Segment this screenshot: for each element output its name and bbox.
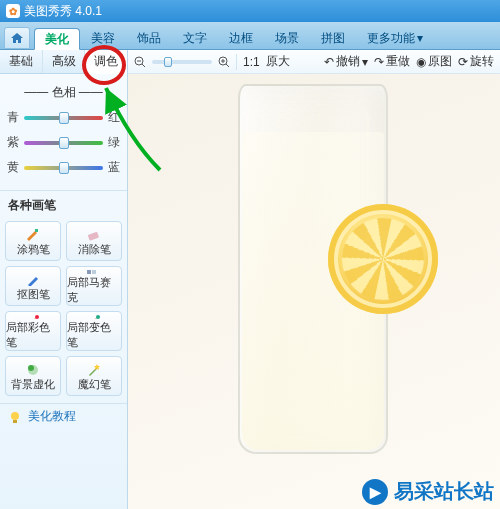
svg-point-9 <box>28 365 34 371</box>
brush-local-color[interactable]: 局部彩色笔 <box>5 311 61 351</box>
ratio-button[interactable]: 1:1 <box>243 55 260 69</box>
title-bar: ✿ 美图秀秀 4.0.1 <box>0 0 500 22</box>
sub-tab-label: 基础 <box>9 54 33 68</box>
svg-rect-11 <box>13 420 17 423</box>
watermark-text: 易采站长站 <box>394 478 494 505</box>
sub-tab-color[interactable]: 调色 <box>85 50 127 74</box>
brush-magic[interactable]: 魔幻笔 <box>66 356 122 396</box>
rotate-button[interactable]: ⟳旋转 <box>458 53 494 70</box>
cutout-pen-icon <box>25 272 41 286</box>
slider-track[interactable] <box>24 166 103 170</box>
svg-line-13 <box>142 64 145 67</box>
original-label: 原图 <box>428 53 452 70</box>
brush-grid: 涂鸦笔 消除笔 抠图笔 局部马赛克 局部彩色笔 局部变色笔 背景虚化 魔幻笔 <box>0 216 127 401</box>
tutorial-label: 美化教程 <box>28 408 76 425</box>
main-tab-cosmetic[interactable]: 美容 <box>80 27 126 49</box>
main-tab-more[interactable]: 更多功能▾ <box>356 27 434 49</box>
brush-label: 消除笔 <box>78 242 111 257</box>
magnifier-minus-icon <box>134 56 146 68</box>
slider-thumb[interactable] <box>59 162 69 174</box>
slider-thumb[interactable] <box>59 112 69 124</box>
chevron-down-icon: ▾ <box>417 31 423 45</box>
brush-blur-bg[interactable]: 背景虚化 <box>5 356 61 396</box>
sub-tab-bar: 基础 高级 调色 <box>0 50 127 74</box>
main-tab-beautify[interactable]: 美化 <box>34 28 80 50</box>
sub-tab-advanced[interactable]: 高级 <box>43 50 86 73</box>
svg-point-10 <box>11 412 19 420</box>
bulb-icon <box>8 410 22 424</box>
slider-track[interactable] <box>24 116 103 120</box>
slider-left-label: 黄 <box>6 159 20 176</box>
slider-yellow-blue[interactable]: 黄 蓝 <box>6 159 121 176</box>
brush-recolor[interactable]: 局部变色笔 <box>66 311 122 351</box>
svg-rect-3 <box>92 270 96 274</box>
blur-bg-icon <box>25 362 41 376</box>
home-button[interactable] <box>4 27 30 49</box>
undo-icon: ↶ <box>324 55 334 69</box>
main-tab-frame[interactable]: 边框 <box>218 27 264 49</box>
brush-mosaic[interactable]: 局部马赛克 <box>66 266 122 306</box>
zoom-thumb[interactable] <box>164 57 172 67</box>
brush-cutout[interactable]: 抠图笔 <box>5 266 61 306</box>
tab-label: 美化 <box>45 31 69 48</box>
zoom-slider[interactable] <box>152 60 212 64</box>
main-tab-scene[interactable]: 场景 <box>264 27 310 49</box>
redo-button[interactable]: ↷重做 <box>374 53 410 70</box>
canvas-toolbar: 1:1 原大 ↶撤销▾ ↷重做 ◉原图 ⟳旋转 <box>128 50 500 74</box>
brush-label: 局部彩色笔 <box>6 320 60 350</box>
workspace: 基础 高级 调色 —— 色相 —— 青 红 紫 绿 黄 蓝 各种画笔 <box>0 50 500 509</box>
tab-label: 场景 <box>275 30 299 47</box>
slider-purple-green[interactable]: 紫 绿 <box>6 134 121 151</box>
tab-label: 饰品 <box>137 30 161 47</box>
main-tab-decor[interactable]: 饰品 <box>126 27 172 49</box>
brush-label: 抠图笔 <box>17 287 50 302</box>
zoom-in-button[interactable] <box>218 56 230 68</box>
brush-eraser[interactable]: 消除笔 <box>66 221 122 261</box>
main-tab-bar: 美化 美容 饰品 文字 边框 场景 拼图 更多功能▾ <box>0 22 500 50</box>
brush-label: 背景虚化 <box>11 377 55 392</box>
slider-section-title: —— 色相 —— <box>6 84 121 101</box>
tab-label: 边框 <box>229 30 253 47</box>
canvas-photo[interactable] <box>128 74 500 509</box>
zoom-out-button[interactable] <box>134 56 146 68</box>
brush-label: 魔幻笔 <box>78 377 111 392</box>
brush-label: 局部马赛克 <box>67 275 121 305</box>
brush-doodle[interactable]: 涂鸦笔 <box>5 221 61 261</box>
photo-subject <box>208 84 418 484</box>
redo-label: 重做 <box>386 53 410 70</box>
brush-label: 涂鸦笔 <box>17 242 50 257</box>
eye-icon: ◉ <box>416 55 426 69</box>
brush-label: 局部变色笔 <box>67 320 121 350</box>
slider-right-label: 蓝 <box>107 159 121 176</box>
tab-label: 文字 <box>183 30 207 47</box>
main-tab-text[interactable]: 文字 <box>172 27 218 49</box>
app-title: 美图秀秀 4.0.1 <box>24 3 102 20</box>
rotate-label: 旋转 <box>470 53 494 70</box>
chevron-down-icon: ▾ <box>362 55 368 69</box>
sidebar: 基础 高级 调色 —— 色相 —— 青 红 紫 绿 黄 蓝 各种画笔 <box>0 50 128 509</box>
redo-icon: ↷ <box>374 55 384 69</box>
sub-tab-label: 高级 <box>52 54 76 68</box>
svg-line-16 <box>226 64 229 67</box>
undo-button[interactable]: ↶撤销▾ <box>324 53 368 70</box>
orig-size-button[interactable]: 原大 <box>266 53 290 70</box>
brushes-title: 各种画笔 <box>0 190 127 216</box>
svg-rect-2 <box>87 270 91 274</box>
magic-pen-icon <box>86 362 102 376</box>
main-tab-collage[interactable]: 拼图 <box>310 27 356 49</box>
watermark-icon: ▶ <box>362 479 388 505</box>
app-logo: ✿ <box>6 4 20 18</box>
original-button[interactable]: ◉原图 <box>416 53 452 70</box>
slider-thumb[interactable] <box>59 137 69 149</box>
canvas-area: 1:1 原大 ↶撤销▾ ↷重做 ◉原图 ⟳旋转 <box>128 50 500 509</box>
sub-tab-basic[interactable]: 基础 <box>0 50 43 73</box>
watermark: ▶ 易采站长站 <box>362 478 494 505</box>
slider-track[interactable] <box>24 141 103 145</box>
tab-label: 更多功能 <box>367 30 415 47</box>
svg-point-6 <box>35 315 39 319</box>
doodle-pen-icon <box>25 227 41 241</box>
tutorial-link[interactable]: 美化教程 <box>0 403 127 429</box>
sub-tab-label: 调色 <box>94 54 118 68</box>
orig-label: 原大 <box>266 53 290 70</box>
slider-cyan-red[interactable]: 青 红 <box>6 109 121 126</box>
